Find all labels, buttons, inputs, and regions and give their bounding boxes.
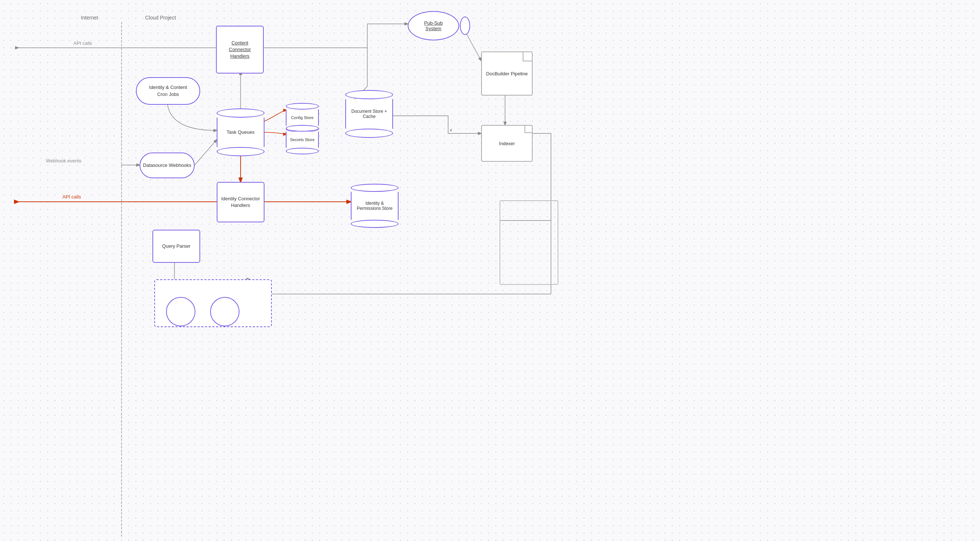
svg-text:API calls: API calls [62, 194, 81, 199]
config-store-label: Config Store [291, 115, 313, 120]
datasource-webhooks-label: Datasource Webhooks [143, 162, 191, 169]
identity-connector-label: Identity ConnectorHandlers [221, 196, 260, 209]
ip-bottom [351, 220, 399, 228]
secrets-store-cylinder: Secrets Store [286, 125, 319, 154]
bottom-dashed-box [154, 279, 272, 327]
ds-bottom [345, 129, 393, 138]
svg-text:Webhook events: Webhook events [46, 158, 81, 164]
gray-rect-bottomright [500, 200, 558, 285]
task-queues-body: Task Queues [217, 118, 264, 147]
task-queues-label: Task Queues [227, 129, 255, 136]
indexer-container: Indexer [481, 125, 533, 162]
docbuilder-label: DocBuilder Pipeline [486, 71, 527, 77]
task-queues-bottom [217, 147, 264, 156]
query-parser-label: Query Parser [162, 243, 190, 249]
dot-marker [450, 129, 452, 131]
ds-body: Document Store +Cache [345, 99, 393, 129]
bottom-circle-right [210, 297, 240, 326]
secrets-store-label: Secrets Store [290, 137, 315, 142]
cloud-label: Cloud Project [145, 15, 176, 21]
indexer-label: Indexer [499, 141, 515, 146]
pub-sub-label: Pub-SubSystem [424, 20, 443, 31]
document-store-label: Document Store +Cache [351, 109, 387, 119]
pub-sub-label-container: Pub-SubSystem [408, 11, 459, 40]
docbuilder-container: DocBuilder Pipeline [481, 51, 533, 96]
identity-content-cron-box: Identity & ContentCron Jobs [136, 77, 200, 105]
secrets-body: Secrets Store [286, 132, 319, 148]
internet-divider [121, 22, 122, 536]
content-connector-box: ContentConnectorHandlers [216, 26, 264, 73]
docbuilder-box: DocBuilder Pipeline [481, 51, 533, 96]
datasource-webhooks-box: Datasource Webhooks [140, 153, 195, 178]
secrets-top [286, 125, 319, 132]
secrets-bottom [286, 148, 319, 154]
task-queues-top [217, 109, 264, 118]
indexer-fold [525, 126, 532, 133]
query-parser-box: Query Parser [153, 230, 200, 263]
pub-sub-container: Pub-SubSystem [408, 11, 459, 40]
content-connector-label: ContentConnectorHandlers [229, 40, 251, 60]
indexer-box: Indexer [481, 125, 533, 162]
internet-label: Internet [81, 15, 98, 21]
identity-content-cron-label: Identity & ContentCron Jobs [149, 84, 187, 97]
identity-permissions-label: Identity &Permissions Store [357, 201, 392, 211]
pub-sub-circle [460, 16, 470, 35]
identity-permissions-cylinder: Identity &Permissions Store [351, 184, 399, 228]
document-store-cylinder: Document Store +Cache [345, 90, 393, 138]
canvas: Internet Cloud Project API calls Webhook… [0, 0, 980, 541]
config-top [286, 103, 319, 110]
identity-connector-box: Identity ConnectorHandlers [217, 182, 264, 222]
docbuilder-fold [523, 52, 532, 61]
task-queues-cylinder: Task Queues [217, 109, 264, 156]
bottom-circle-left [166, 297, 196, 326]
ip-body: Identity &Permissions Store [351, 192, 399, 220]
ip-top [351, 184, 399, 192]
svg-line-4 [195, 140, 217, 165]
config-body: Config Store [286, 110, 319, 126]
svg-text:API calls: API calls [73, 40, 92, 46]
ds-top [345, 90, 393, 99]
